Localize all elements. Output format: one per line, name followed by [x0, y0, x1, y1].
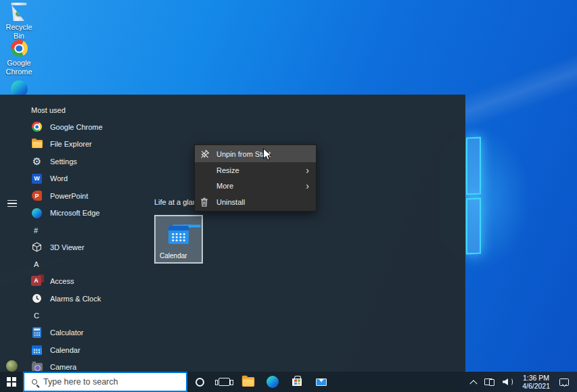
action-center-icon	[559, 378, 569, 386]
app-list-item-calculator[interactable]: Calculator	[24, 324, 166, 342]
cortana-icon	[195, 378, 204, 387]
network-icon	[484, 378, 494, 386]
context-menu-item-unpin-from-start[interactable]: Unpin from Start	[195, 145, 316, 162]
context-menu-label: Uninstall	[216, 198, 245, 206]
access-icon: A	[31, 276, 43, 287]
file-explorer-icon	[31, 139, 43, 150]
network-button[interactable]	[480, 372, 499, 392]
volume-button[interactable]	[499, 372, 517, 392]
chrome-icon	[31, 121, 43, 132]
start-menu: ⚙ Most used Google Chrome File Explorer …	[0, 95, 465, 372]
search-icon	[32, 379, 37, 385]
taskbar: 1:36 PM 4/6/2021	[0, 372, 577, 392]
clock-icon	[31, 293, 43, 304]
mail-button[interactable]	[309, 372, 333, 392]
chrome-icon	[11, 40, 28, 57]
task-view-button[interactable]	[212, 372, 236, 392]
calculator-icon	[31, 327, 43, 339]
start-button[interactable]	[0, 372, 23, 392]
app-list-item-access[interactable]: A Access	[24, 273, 166, 291]
context-menu-item-uninstall[interactable]: Uninstall	[195, 194, 316, 210]
3d-cube-icon	[31, 241, 43, 253]
calendar-tile-label: Calendar	[160, 252, 187, 260]
chevron-up-icon	[469, 380, 477, 387]
app-list-section-header[interactable]: #	[24, 222, 166, 239]
wallpaper-windows-logo-pane	[466, 137, 481, 195]
app-list-item-microsoft-edge[interactable]: Microsoft Edge	[24, 205, 166, 222]
word-icon: W	[31, 173, 43, 185]
calendar-icon	[31, 344, 43, 356]
app-list-item-settings[interactable]: ⚙ Settings	[24, 153, 166, 170]
trash-icon	[200, 197, 216, 207]
desktop: ♻ Recycle Bin Google Chrome ⚙ Most used	[0, 0, 577, 392]
tile-context-menu: Unpin from Start Resize › More › Uninsta…	[194, 144, 317, 212]
app-list-item-alarms-clock[interactable]: Alarms & Clock	[24, 290, 166, 308]
taskbar-clock[interactable]: 1:36 PM 4/6/2021	[517, 372, 555, 392]
mail-icon	[316, 378, 327, 386]
calendar-tile[interactable]: Calendar	[154, 215, 203, 264]
app-list-item-3d-viewer[interactable]: 3D Viewer	[24, 239, 166, 256]
context-menu-label: Resize	[216, 166, 239, 174]
desktop-icon-recycle-bin[interactable]: ♻ Recycle Bin	[1, 3, 37, 41]
chevron-right-icon: ›	[306, 182, 309, 189]
app-list-item-powerpoint[interactable]: P PowerPoint	[24, 187, 166, 205]
app-list-item-file-explorer[interactable]: File Explorer	[24, 136, 166, 153]
taskbar-pinned-icons	[187, 372, 333, 392]
chevron-right-icon: ›	[306, 167, 309, 174]
start-menu-rail: ⚙	[0, 95, 24, 372]
context-menu-item-resize[interactable]: Resize ›	[195, 162, 316, 178]
edge-icon	[31, 207, 43, 219]
app-list-item-word[interactable]: W Word	[24, 170, 166, 188]
expand-menu-button[interactable]	[7, 198, 18, 209]
hamburger-icon	[7, 200, 17, 201]
desktop-icon-label: Recycle Bin	[1, 23, 37, 41]
recycle-symbol: ♻	[16, 9, 23, 18]
edge-button[interactable]	[260, 372, 285, 392]
app-list-section-header[interactable]: C	[24, 308, 166, 324]
gear-icon: ⚙	[31, 155, 43, 167]
context-menu-item-more[interactable]: More ›	[195, 178, 316, 195]
desktop-icon-label: Google Chrome	[3, 59, 35, 76]
clock-time: 1:36 PM	[523, 374, 549, 382]
file-explorer-icon	[242, 377, 254, 387]
context-menu-label: More	[216, 182, 233, 190]
tray-overflow-button[interactable]	[467, 372, 480, 392]
start-menu-app-list: Most used Google Chrome File Explorer ⚙ …	[24, 101, 166, 376]
app-list-item-google-chrome[interactable]: Google Chrome	[24, 118, 166, 136]
recycle-bin-icon: ♻	[11, 3, 27, 21]
calendar-tile-icon	[168, 226, 189, 244]
mouse-cursor	[262, 148, 272, 162]
desktop-icon-google-chrome[interactable]: Google Chrome	[1, 40, 37, 76]
windows-logo-icon	[7, 377, 16, 387]
app-list-item-calendar[interactable]: Calendar	[24, 341, 166, 359]
edge-icon	[267, 376, 279, 388]
system-tray: 1:36 PM 4/6/2021	[467, 372, 577, 392]
clock-date: 4/6/2021	[522, 382, 550, 390]
app-list-section-header[interactable]: A	[24, 256, 166, 273]
file-explorer-button[interactable]	[236, 372, 260, 392]
app-list-section-header: Most used	[24, 101, 166, 118]
powerpoint-icon: P	[31, 190, 43, 201]
action-center-button[interactable]	[555, 372, 573, 392]
wallpaper-windows-logo-pane	[466, 198, 481, 255]
speaker-waves	[509, 378, 513, 386]
store-button[interactable]	[285, 372, 309, 392]
user-avatar[interactable]	[6, 360, 18, 372]
store-icon	[292, 378, 302, 386]
task-view-icon	[218, 378, 230, 386]
speaker-icon	[503, 378, 508, 385]
unpin-icon	[200, 149, 216, 159]
cortana-button[interactable]	[187, 372, 212, 392]
search-input[interactable]	[43, 377, 158, 387]
taskbar-search-box[interactable]	[23, 372, 187, 392]
